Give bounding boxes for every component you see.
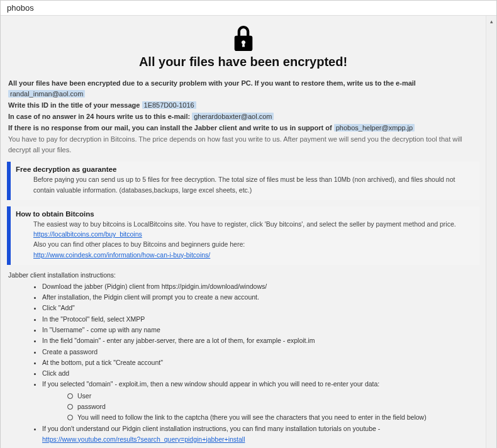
list-item: After installation, the Pidgin client wi… <box>42 292 479 302</box>
bitcoins-link-2[interactable]: http://www.coindesk.com/information/how-… <box>33 251 210 259</box>
content-area: All your files have been encrypted! All … <box>1 16 486 448</box>
bitcoins-body: The easiest way to buy bitcoins is Local… <box>16 219 473 260</box>
free-decryption-body: Before paying you can send us up to 5 fi… <box>16 174 473 195</box>
sub-item: User <box>67 391 479 401</box>
intro-line-1: All your files have been encrypted due t… <box>8 78 478 99</box>
youtube-link[interactable]: https://www.youtube.com/results?search_q… <box>42 435 245 443</box>
free-decryption-title: Free decryption as guarantee <box>16 165 473 173</box>
list-item: Click "Add" <box>42 303 479 313</box>
intro-line-4: If there is no response from our mail, y… <box>8 123 478 133</box>
app-window: phobos All your files have been encrypte… <box>0 0 497 448</box>
vertical-scrollbar[interactable]: ▴ ▾ <box>486 16 496 448</box>
list-item: In the field "domain" - enter any jabber… <box>42 335 479 345</box>
scroll-up-arrow[interactable]: ▴ <box>486 16 496 26</box>
list-item: In "Username" - come up with any name <box>42 325 479 335</box>
hero-heading: All your files have been encrypted! <box>7 55 479 69</box>
bitcoins-title: How to obtain Bitcoins <box>16 210 473 218</box>
window-title: phobos <box>7 3 34 13</box>
email-2: gherardobaxter@aol.com <box>192 113 274 120</box>
id-value: 1E857D00-1016 <box>142 101 196 109</box>
list-item: Click add <box>42 368 479 378</box>
list-item: Download the jabber (Pidgin) client from… <box>42 281 479 291</box>
jabber-address: phobos_helper@xmpp.jp <box>334 124 415 132</box>
intro-line-2: Write this ID in the title of your messa… <box>8 100 478 111</box>
list-item: Create a password <box>42 347 479 357</box>
list-item: In the "Protocol" field, select XMPP <box>42 314 479 324</box>
sub-item: You will need to follow the link to the … <box>67 412 479 422</box>
hero: All your files have been encrypted! <box>7 21 479 73</box>
sub-list: User password You will need to follow th… <box>67 391 479 423</box>
jabber-instructions-title: Jabber client installation instructions: <box>7 271 479 279</box>
bitcoins-link-1[interactable]: https://localbitcoins.com/buy_bitcoins <box>33 230 142 238</box>
jabber-instructions-list: Download the jabber (Pidgin) client from… <box>42 281 479 444</box>
intro-block: All your files have been encrypted due t… <box>7 78 479 155</box>
free-decryption-section: Free decryption as guarantee Before payi… <box>7 162 479 200</box>
intro-line-3: In case of no answer in 24 hours write u… <box>8 111 478 122</box>
list-item: At the bottom, put a tick "Create accoun… <box>42 357 479 367</box>
lock-icon <box>232 45 255 52</box>
bitcoins-line-1: The easiest way to buy bitcoins is Local… <box>33 219 473 229</box>
bitcoins-section: How to obtain Bitcoins The easiest way t… <box>7 206 479 265</box>
viewport: All your files have been encrypted! All … <box>1 16 496 448</box>
sub-item: password <box>67 401 479 412</box>
list-item: If you don't understand our Pidgin clien… <box>42 423 479 444</box>
list-item: If you selected "domain" - exploit.im, t… <box>42 379 479 422</box>
titlebar: phobos <box>1 1 496 16</box>
intro-line-5: You have to pay for decryption in Bitcoi… <box>8 134 478 155</box>
bitcoins-line-2: Also you can find other places to buy Bi… <box>33 239 473 249</box>
email-1: randal_inman@aol.com <box>8 90 85 98</box>
